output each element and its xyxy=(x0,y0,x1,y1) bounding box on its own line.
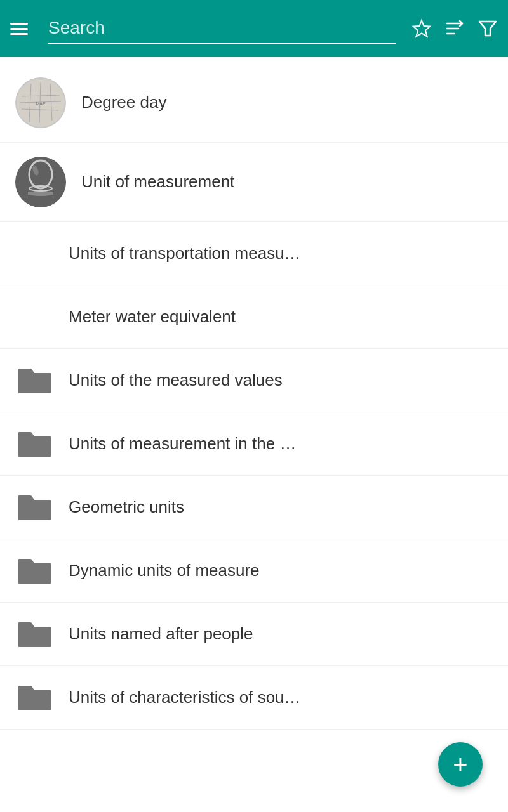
item-thumbnail-glass xyxy=(15,157,66,207)
list-item[interactable]: Units of measurement in the … xyxy=(0,412,508,476)
item-label: Geometric units xyxy=(69,497,184,518)
list-item[interactable]: MAP Degree day xyxy=(0,63,508,143)
item-label: Units of transportation measu… xyxy=(69,243,301,265)
list-item[interactable]: Units of transportation measu… xyxy=(0,222,508,285)
add-button[interactable]: + xyxy=(438,742,483,787)
filter-icon xyxy=(478,18,498,39)
glass-image xyxy=(15,157,66,207)
star-button[interactable] xyxy=(411,18,432,39)
item-label: Units of measurement in the … xyxy=(69,433,296,455)
item-label: Unit of measurement xyxy=(81,171,234,193)
app-header xyxy=(0,0,508,57)
item-label: Dynamic units of measure xyxy=(69,560,260,582)
folder-icon xyxy=(17,429,52,458)
item-label: Degree day xyxy=(81,92,166,114)
search-input[interactable] xyxy=(48,13,396,43)
item-folder-thumbnail xyxy=(15,364,53,397)
folder-icon xyxy=(17,683,52,712)
svg-text:MAP: MAP xyxy=(36,102,46,106)
map-image: MAP xyxy=(15,77,66,128)
star-icon xyxy=(411,18,432,39)
list-item[interactable]: Meter water equivalent xyxy=(0,285,508,349)
list-item[interactable]: Unit of measurement xyxy=(0,143,508,222)
item-folder-thumbnail xyxy=(15,681,53,714)
item-no-thumbnail xyxy=(15,301,53,334)
list-item[interactable]: Units named after people xyxy=(0,603,508,666)
item-folder-thumbnail xyxy=(15,618,53,651)
svg-point-14 xyxy=(15,157,66,207)
item-label: Units of the measured values xyxy=(69,370,283,391)
results-list: MAP Degree day Unit of measurement Units… xyxy=(0,57,508,736)
svg-rect-16 xyxy=(28,192,53,195)
item-folder-thumbnail xyxy=(15,491,53,524)
list-item[interactable]: Geometric units xyxy=(0,476,508,539)
list-item[interactable]: Units of characteristics of sou… xyxy=(0,666,508,730)
sort-icon xyxy=(444,18,465,39)
sort-button[interactable] xyxy=(444,18,465,39)
folder-icon xyxy=(17,366,52,395)
item-folder-thumbnail xyxy=(15,554,53,587)
item-thumbnail-map: MAP xyxy=(15,77,66,128)
folder-icon xyxy=(17,556,52,585)
svg-marker-0 xyxy=(413,20,430,37)
list-item[interactable]: Units of the measured values xyxy=(0,349,508,412)
folder-icon xyxy=(17,620,52,648)
svg-marker-4 xyxy=(479,22,496,36)
menu-icon[interactable] xyxy=(10,23,33,35)
folder-icon xyxy=(17,493,52,521)
item-label: Units of characteristics of sou… xyxy=(69,687,301,709)
item-label: Meter water equivalent xyxy=(69,306,236,328)
list-item[interactable]: Dynamic units of measure xyxy=(0,539,508,603)
filter-button[interactable] xyxy=(478,18,498,39)
item-folder-thumbnail xyxy=(15,428,53,461)
header-icons xyxy=(411,18,498,39)
search-container xyxy=(48,13,396,44)
item-label: Units named after people xyxy=(69,624,253,645)
item-no-thumbnail xyxy=(15,237,53,270)
